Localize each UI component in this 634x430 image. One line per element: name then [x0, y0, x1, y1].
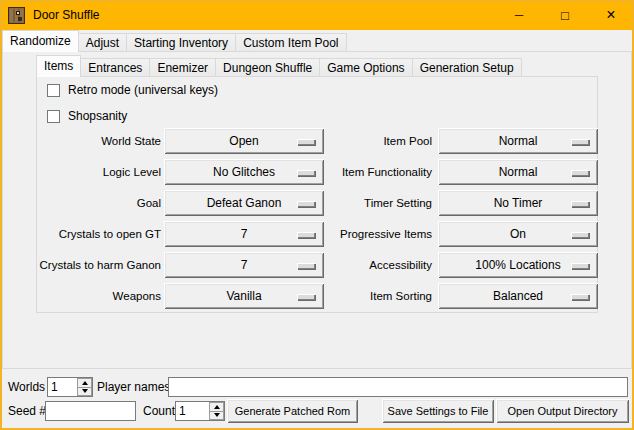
- sub-tabbar: Items Entrances Enemizer Dungeon Shuffle…: [36, 55, 522, 77]
- item-functionality-dropdown[interactable]: Normal: [438, 159, 598, 185]
- worlds-input[interactable]: [48, 378, 77, 396]
- door-shuffle-window: Door Shuffle ─ □ × Randomize Adjust Star…: [0, 0, 634, 430]
- tab-adjust[interactable]: Adjust: [79, 33, 127, 52]
- world-state-value: Open: [229, 134, 258, 148]
- weapons-value: Vanilla: [226, 289, 261, 303]
- worlds-label: Worlds: [8, 377, 45, 397]
- seed-input[interactable]: [45, 401, 136, 421]
- count-input[interactable]: [176, 402, 209, 420]
- crystals-harm-ganon-value: 7: [241, 258, 248, 272]
- item-functionality-value: Normal: [499, 165, 538, 179]
- dropdown-indicator-icon: [571, 201, 589, 207]
- retro-mode-row: Retro mode (universal keys): [47, 82, 218, 98]
- dropdown-indicator-icon: [571, 170, 589, 176]
- tab-enemizer[interactable]: Enemizer: [150, 58, 216, 77]
- dropdown-indicator-icon: [571, 232, 589, 238]
- count-spin-down-button[interactable]: [209, 412, 224, 421]
- retro-mode-label: Retro mode (universal keys): [68, 83, 218, 97]
- triangle-down-icon: [214, 413, 220, 417]
- maximize-button[interactable]: □: [542, 0, 588, 30]
- retro-mode-checkbox[interactable]: [47, 84, 60, 97]
- minimize-button[interactable]: ─: [496, 0, 542, 30]
- triangle-up-icon: [82, 381, 88, 385]
- maximize-icon: □: [561, 8, 569, 23]
- open-output-directory-button[interactable]: Open Output Directory: [496, 399, 629, 423]
- tab-entrances[interactable]: Entrances: [81, 58, 150, 77]
- crystals-open-gt-label: Crystals to open GT: [37, 221, 161, 247]
- count-spinner: [175, 401, 225, 421]
- goal-value: Defeat Ganon: [207, 196, 282, 210]
- item-sorting-value: Balanced: [493, 289, 543, 303]
- worlds-spin-down-button[interactable]: [77, 388, 92, 397]
- crystals-harm-ganon-label: Crystals to harm Ganon: [37, 252, 161, 278]
- shopsanity-row: Shopsanity: [47, 108, 127, 124]
- generate-patched-rom-button[interactable]: Generate Patched Rom: [227, 399, 358, 423]
- progressive-items-label: Progressive Items: [277, 221, 432, 247]
- progressive-items-dropdown[interactable]: On: [438, 221, 598, 247]
- dropdown-indicator-icon: [571, 294, 589, 300]
- player-names-input[interactable]: [168, 377, 628, 397]
- tab-game-options[interactable]: Game Options: [320, 58, 412, 77]
- close-button[interactable]: ×: [588, 0, 634, 30]
- item-sorting-dropdown[interactable]: Balanced: [438, 283, 598, 309]
- shopsanity-label: Shopsanity: [68, 109, 127, 123]
- count-label: Count: [143, 401, 175, 421]
- timer-setting-value: No Timer: [494, 196, 543, 210]
- item-pool-value: Normal: [499, 134, 538, 148]
- world-state-label: World State: [37, 128, 161, 154]
- worlds-spin-up-button[interactable]: [77, 378, 92, 388]
- logic-level-label: Logic Level: [37, 159, 161, 185]
- progressive-items-value: On: [510, 227, 526, 241]
- tab-randomize[interactable]: Randomize: [2, 30, 79, 52]
- goal-label: Goal: [37, 190, 161, 216]
- shopsanity-checkbox[interactable]: [47, 110, 60, 123]
- window-title: Door Shuffle: [33, 8, 100, 22]
- tab-dungeon-shuffle[interactable]: Dungeon Shuffle: [216, 58, 320, 77]
- logic-level-value: No Glitches: [213, 165, 275, 179]
- item-pool-dropdown[interactable]: Normal: [438, 128, 598, 154]
- accessibility-dropdown[interactable]: 100% Locations: [438, 252, 598, 278]
- weapons-label: Weapons: [37, 283, 161, 309]
- dropdown-indicator-icon: [571, 139, 589, 145]
- accessibility-value: 100% Locations: [475, 258, 560, 272]
- worlds-spinner: [47, 377, 93, 397]
- item-functionality-label: Item Functionality: [277, 159, 432, 185]
- timer-setting-label: Timer Setting: [277, 190, 432, 216]
- items-tab-pane: Retro mode (universal keys) Shopsanity W…: [36, 76, 598, 313]
- player-names-label: Player names: [97, 377, 170, 397]
- item-sorting-label: Item Sorting: [277, 283, 432, 309]
- minimize-icon: ─: [515, 8, 524, 22]
- tab-items[interactable]: Items: [36, 55, 81, 77]
- main-tabbar: Randomize Adjust Starting Inventory Cust…: [2, 30, 347, 52]
- titlebar: Door Shuffle ─ □ ×: [0, 0, 634, 30]
- tab-custom-item-pool[interactable]: Custom Item Pool: [236, 33, 346, 52]
- item-pool-label: Item Pool: [277, 128, 432, 154]
- door-icon: [8, 7, 25, 24]
- count-spin-up-button[interactable]: [209, 402, 224, 412]
- accessibility-label: Accessibility: [277, 252, 432, 278]
- tab-generation-setup[interactable]: Generation Setup: [413, 58, 522, 77]
- save-settings-button[interactable]: Save Settings to File: [382, 399, 494, 423]
- dropdown-indicator-icon: [571, 263, 589, 269]
- tab-starting-inventory[interactable]: Starting Inventory: [127, 33, 236, 52]
- crystals-open-gt-value: 7: [241, 227, 248, 241]
- seed-label: Seed #: [8, 401, 46, 421]
- timer-setting-dropdown[interactable]: No Timer: [438, 190, 598, 216]
- triangle-down-icon: [82, 389, 88, 393]
- triangle-up-icon: [214, 405, 220, 409]
- close-icon: ×: [606, 6, 615, 24]
